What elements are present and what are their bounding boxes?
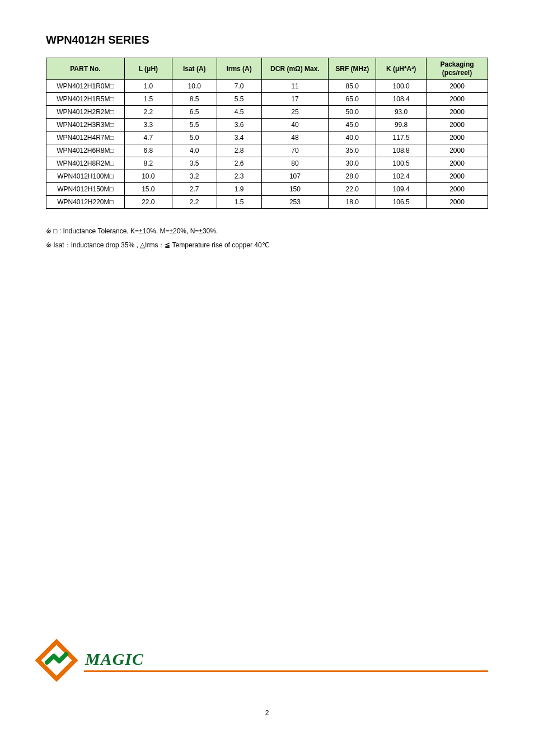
col-header-k: K (μH*A²) xyxy=(376,58,427,80)
cell-l: 8.2 xyxy=(124,157,172,170)
table-row: WPN4012H100M□10.03.22.310728.0102.42000 xyxy=(46,170,488,183)
cell-l: 4.7 xyxy=(124,132,172,144)
table-row: WPN4012H2R2M□2.26.54.52550.093.02000 xyxy=(46,106,488,119)
cell-part: WPN4012H6R8M□ xyxy=(46,144,125,157)
cell-pack: 2000 xyxy=(427,80,488,93)
cell-srf: 85.0 xyxy=(329,80,376,93)
cell-isat: 2.2 xyxy=(172,196,217,209)
col-header-isat: Isat (A) xyxy=(172,58,217,80)
cell-isat: 6.5 xyxy=(172,106,217,119)
cell-l: 6.8 xyxy=(124,144,172,157)
col-header-part: PART No. xyxy=(46,58,125,80)
cell-irms: 7.0 xyxy=(217,80,261,93)
cell-l: 1.0 xyxy=(124,80,172,93)
cell-part: WPN4012H3R3M□ xyxy=(46,119,125,132)
cell-isat: 5.5 xyxy=(172,119,217,132)
cell-irms: 3.6 xyxy=(217,119,261,132)
cell-isat: 10.0 xyxy=(172,80,217,93)
cell-part: WPN4012H100M□ xyxy=(46,170,125,183)
cell-l: 10.0 xyxy=(124,170,172,183)
cell-k: 108.4 xyxy=(376,93,427,106)
cell-dcr: 17 xyxy=(261,93,329,106)
cell-srf: 28.0 xyxy=(329,170,376,183)
table-row: WPN4012H3R3M□3.35.53.64045.099.82000 xyxy=(46,119,488,132)
cell-pack: 2000 xyxy=(427,93,488,106)
cell-irms: 3.4 xyxy=(217,132,261,144)
brand-name: MAGIC xyxy=(85,650,144,669)
cell-l: 1.5 xyxy=(124,93,172,106)
table-row: WPN4012H4R7M□4.75.03.44840.0117.52000 xyxy=(46,132,488,144)
cell-l: 2.2 xyxy=(124,106,172,119)
cell-dcr: 48 xyxy=(261,132,329,144)
cell-k: 100.0 xyxy=(376,80,427,93)
col-header-irms: Irms (A) xyxy=(217,58,261,80)
col-header-pack: Packaging (pcs/reel) xyxy=(427,58,488,80)
cell-pack: 2000 xyxy=(427,119,488,132)
cell-dcr: 40 xyxy=(261,119,329,132)
cell-irms: 5.5 xyxy=(217,93,261,106)
cell-isat: 5.0 xyxy=(172,132,217,144)
cell-k: 100.5 xyxy=(376,157,427,170)
cell-dcr: 80 xyxy=(261,157,329,170)
cell-k: 109.4 xyxy=(376,183,427,196)
cell-part: WPN4012H1R0M□ xyxy=(46,80,125,93)
table-row: WPN4012H1R5M□1.58.55.51765.0108.42000 xyxy=(46,93,488,106)
cell-isat: 3.2 xyxy=(172,170,217,183)
cell-isat: 2.7 xyxy=(172,183,217,196)
cell-k: 117.5 xyxy=(376,132,427,144)
cell-srf: 65.0 xyxy=(329,93,376,106)
cell-pack: 2000 xyxy=(427,183,488,196)
cell-k: 93.0 xyxy=(376,106,427,119)
cell-part: WPN4012H220M□ xyxy=(46,196,125,209)
cell-isat: 3.5 xyxy=(172,157,217,170)
cell-srf: 35.0 xyxy=(329,144,376,157)
col-header-srf: SRF (MHz) xyxy=(329,58,376,80)
cell-srf: 40.0 xyxy=(329,132,376,144)
cell-irms: 2.8 xyxy=(217,144,261,157)
note-tolerance: ※ □ : Inductance Tolerance, K=±10%, M=±2… xyxy=(46,224,488,238)
cell-irms: 2.3 xyxy=(217,170,261,183)
table-row: WPN4012H1R0M□1.010.07.01185.0100.02000 xyxy=(46,80,488,93)
cell-pack: 2000 xyxy=(427,157,488,170)
table-row: WPN4012H6R8M□6.84.02.87035.0108.82000 xyxy=(46,144,488,157)
cell-l: 22.0 xyxy=(124,196,172,209)
cell-dcr: 150 xyxy=(261,183,329,196)
cell-pack: 2000 xyxy=(427,106,488,119)
cell-pack: 2000 xyxy=(427,170,488,183)
cell-pack: 2000 xyxy=(427,144,488,157)
cell-dcr: 70 xyxy=(261,144,329,157)
table-row: WPN4012H8R2M□8.23.52.68030.0100.52000 xyxy=(46,157,488,170)
cell-irms: 4.5 xyxy=(217,106,261,119)
cell-srf: 18.0 xyxy=(329,196,376,209)
cell-isat: 4.0 xyxy=(172,144,217,157)
cell-k: 102.4 xyxy=(376,170,427,183)
cell-pack: 2000 xyxy=(427,132,488,144)
cell-pack: 2000 xyxy=(427,196,488,209)
cell-k: 108.8 xyxy=(376,144,427,157)
cell-l: 3.3 xyxy=(124,119,172,132)
cell-part: WPN4012H4R7M□ xyxy=(46,132,125,144)
cell-dcr: 107 xyxy=(261,170,329,183)
cell-irms: 1.9 xyxy=(217,183,261,196)
cell-srf: 30.0 xyxy=(329,157,376,170)
cell-part: WPN4012H1R5M□ xyxy=(46,93,125,106)
cell-k: 106.5 xyxy=(376,196,427,209)
page-title: WPN4012H SERIES xyxy=(46,34,488,46)
cell-srf: 50.0 xyxy=(329,106,376,119)
table-row: WPN4012H150M□15.02.71.915022.0109.42000 xyxy=(46,183,488,196)
cell-l: 15.0 xyxy=(124,183,172,196)
table-row: WPN4012H220M□22.02.21.525318.0106.52000 xyxy=(46,196,488,209)
page-number: 2 xyxy=(0,709,534,717)
cell-irms: 1.5 xyxy=(217,196,261,209)
page-footer: MAGIC xyxy=(0,670,534,672)
specification-table: PART No. L (μH) Isat (A) Irms (A) DCR (m… xyxy=(46,58,488,209)
cell-srf: 45.0 xyxy=(329,119,376,132)
cell-dcr: 25 xyxy=(261,106,329,119)
col-header-l: L (μH) xyxy=(124,58,172,80)
cell-dcr: 11 xyxy=(261,80,329,93)
cell-part: WPN4012H8R2M□ xyxy=(46,157,125,170)
cell-k: 99.8 xyxy=(376,119,427,132)
cell-irms: 2.6 xyxy=(217,157,261,170)
cell-srf: 22.0 xyxy=(329,183,376,196)
logo-icon xyxy=(35,638,78,682)
